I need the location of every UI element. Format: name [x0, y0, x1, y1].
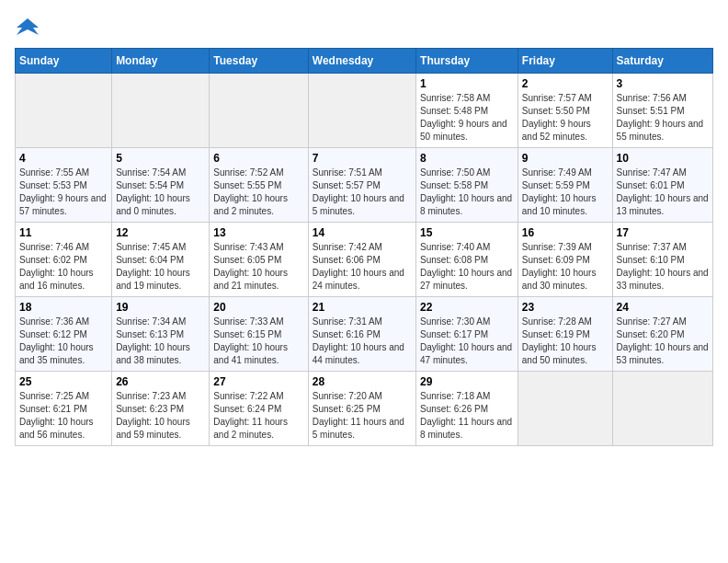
day-info: Sunrise: 7:54 AMSunset: 5:54 PMDaylight:…: [116, 167, 205, 218]
day-info: Sunrise: 7:30 AMSunset: 6:17 PMDaylight:…: [420, 316, 514, 367]
calendar-day-cell: 29Sunrise: 7:18 AMSunset: 6:26 PMDayligh…: [416, 372, 518, 446]
logo: [15, 15, 44, 40]
day-number: 26: [116, 375, 205, 388]
calendar-day-cell: 27Sunrise: 7:22 AMSunset: 6:24 PMDayligh…: [210, 372, 308, 446]
day-info: Sunrise: 7:57 AMSunset: 5:50 PMDaylight:…: [522, 92, 609, 144]
day-number: 18: [19, 301, 108, 314]
calendar-day-cell: 5Sunrise: 7:54 AMSunset: 5:54 PMDaylight…: [112, 148, 210, 223]
calendar-day-cell: [210, 74, 308, 148]
calendar-day-cell: [612, 372, 712, 446]
day-info: Sunrise: 7:46 AMSunset: 6:02 PMDaylight:…: [19, 241, 108, 293]
calendar-day-cell: 23Sunrise: 7:28 AMSunset: 6:19 PMDayligh…: [518, 297, 612, 372]
weekday-header-saturday: Saturday: [612, 49, 712, 74]
day-info: Sunrise: 7:45 AMSunset: 6:04 PMDaylight:…: [116, 241, 205, 293]
svg-marker-0: [17, 18, 39, 35]
day-number: 29: [420, 375, 514, 388]
calendar-day-cell: [518, 372, 612, 446]
day-number: 14: [313, 226, 412, 239]
day-info: Sunrise: 7:58 AMSunset: 5:48 PMDaylight:…: [420, 92, 514, 144]
calendar-day-cell: [16, 74, 112, 148]
day-number: 17: [617, 226, 709, 239]
day-number: 25: [19, 375, 108, 388]
day-number: 10: [617, 152, 709, 165]
day-number: 13: [213, 226, 303, 239]
day-number: 7: [313, 152, 412, 165]
calendar-week-row: 1Sunrise: 7:58 AMSunset: 5:48 PMDaylight…: [16, 74, 713, 148]
day-info: Sunrise: 7:37 AMSunset: 6:10 PMDaylight:…: [617, 241, 709, 293]
weekday-header-thursday: Thursday: [416, 49, 518, 74]
day-number: 12: [116, 226, 205, 239]
calendar-day-cell: 4Sunrise: 7:55 AMSunset: 5:53 PMDaylight…: [16, 148, 112, 223]
calendar-day-cell: 2Sunrise: 7:57 AMSunset: 5:50 PMDaylight…: [518, 74, 612, 148]
calendar-day-cell: 24Sunrise: 7:27 AMSunset: 6:20 PMDayligh…: [612, 297, 712, 372]
calendar-day-cell: 10Sunrise: 7:47 AMSunset: 6:01 PMDayligh…: [612, 148, 712, 223]
day-info: Sunrise: 7:34 AMSunset: 6:13 PMDaylight:…: [116, 316, 205, 367]
day-info: Sunrise: 7:22 AMSunset: 6:24 PMDaylight:…: [213, 390, 303, 442]
calendar-day-cell: 26Sunrise: 7:23 AMSunset: 6:23 PMDayligh…: [112, 372, 210, 446]
calendar-day-cell: 13Sunrise: 7:43 AMSunset: 6:05 PMDayligh…: [210, 223, 308, 297]
calendar-week-row: 11Sunrise: 7:46 AMSunset: 6:02 PMDayligh…: [16, 223, 713, 297]
calendar-day-cell: 8Sunrise: 7:50 AMSunset: 5:58 PMDaylight…: [416, 148, 518, 223]
calendar-day-cell: 22Sunrise: 7:30 AMSunset: 6:17 PMDayligh…: [416, 297, 518, 372]
calendar-day-cell: 7Sunrise: 7:51 AMSunset: 5:57 PMDaylight…: [308, 148, 415, 223]
day-info: Sunrise: 7:20 AMSunset: 6:25 PMDaylight:…: [313, 390, 412, 442]
day-number: 11: [19, 226, 108, 239]
calendar-day-cell: 12Sunrise: 7:45 AMSunset: 6:04 PMDayligh…: [112, 223, 210, 297]
calendar-day-cell: 21Sunrise: 7:31 AMSunset: 6:16 PMDayligh…: [308, 297, 415, 372]
day-number: 9: [522, 152, 609, 165]
day-number: 23: [522, 301, 609, 314]
day-info: Sunrise: 7:31 AMSunset: 6:16 PMDaylight:…: [313, 316, 412, 367]
calendar-table: SundayMondayTuesdayWednesdayThursdayFrid…: [15, 48, 713, 446]
weekday-header-friday: Friday: [518, 49, 612, 74]
calendar-day-cell: 20Sunrise: 7:33 AMSunset: 6:15 PMDayligh…: [210, 297, 308, 372]
weekday-header-wednesday: Wednesday: [308, 49, 415, 74]
calendar-week-row: 4Sunrise: 7:55 AMSunset: 5:53 PMDaylight…: [16, 148, 713, 223]
day-info: Sunrise: 7:43 AMSunset: 6:05 PMDaylight:…: [213, 241, 303, 293]
calendar-day-cell: 18Sunrise: 7:36 AMSunset: 6:12 PMDayligh…: [16, 297, 112, 372]
calendar-day-cell: 3Sunrise: 7:56 AMSunset: 5:51 PMDaylight…: [612, 74, 712, 148]
calendar-day-cell: 14Sunrise: 7:42 AMSunset: 6:06 PMDayligh…: [308, 223, 415, 297]
day-info: Sunrise: 7:47 AMSunset: 6:01 PMDaylight:…: [617, 167, 709, 218]
day-info: Sunrise: 7:51 AMSunset: 5:57 PMDaylight:…: [313, 167, 412, 218]
logo-icon: [15, 15, 40, 40]
day-number: 6: [213, 152, 303, 165]
day-number: 3: [617, 77, 709, 90]
calendar-day-cell: 17Sunrise: 7:37 AMSunset: 6:10 PMDayligh…: [612, 223, 712, 297]
weekday-header-sunday: Sunday: [16, 49, 112, 74]
day-number: 5: [116, 152, 205, 165]
weekday-header-monday: Monday: [112, 49, 210, 74]
calendar-day-cell: 9Sunrise: 7:49 AMSunset: 5:59 PMDaylight…: [518, 148, 612, 223]
calendar-week-row: 18Sunrise: 7:36 AMSunset: 6:12 PMDayligh…: [16, 297, 713, 372]
day-info: Sunrise: 7:23 AMSunset: 6:23 PMDaylight:…: [116, 390, 205, 442]
weekday-header-row: SundayMondayTuesdayWednesdayThursdayFrid…: [16, 49, 713, 74]
calendar-week-row: 25Sunrise: 7:25 AMSunset: 6:21 PMDayligh…: [16, 372, 713, 446]
day-info: Sunrise: 7:39 AMSunset: 6:09 PMDaylight:…: [522, 241, 609, 293]
day-number: 19: [116, 301, 205, 314]
calendar-day-cell: 15Sunrise: 7:40 AMSunset: 6:08 PMDayligh…: [416, 223, 518, 297]
day-number: 21: [313, 301, 412, 314]
day-info: Sunrise: 7:56 AMSunset: 5:51 PMDaylight:…: [617, 92, 709, 144]
day-info: Sunrise: 7:33 AMSunset: 6:15 PMDaylight:…: [213, 316, 303, 367]
day-info: Sunrise: 7:42 AMSunset: 6:06 PMDaylight:…: [313, 241, 412, 293]
day-info: Sunrise: 7:25 AMSunset: 6:21 PMDaylight:…: [19, 390, 108, 442]
calendar-day-cell: 1Sunrise: 7:58 AMSunset: 5:48 PMDaylight…: [416, 74, 518, 148]
day-number: 4: [19, 152, 108, 165]
day-info: Sunrise: 7:18 AMSunset: 6:26 PMDaylight:…: [420, 390, 514, 442]
day-info: Sunrise: 7:27 AMSunset: 6:20 PMDaylight:…: [617, 316, 709, 367]
calendar-day-cell: 11Sunrise: 7:46 AMSunset: 6:02 PMDayligh…: [16, 223, 112, 297]
calendar-day-cell: 28Sunrise: 7:20 AMSunset: 6:25 PMDayligh…: [308, 372, 415, 446]
day-info: Sunrise: 7:49 AMSunset: 5:59 PMDaylight:…: [522, 167, 609, 218]
calendar-day-cell: 25Sunrise: 7:25 AMSunset: 6:21 PMDayligh…: [16, 372, 112, 446]
calendar-day-cell: 19Sunrise: 7:34 AMSunset: 6:13 PMDayligh…: [112, 297, 210, 372]
day-number: 2: [522, 77, 609, 90]
day-info: Sunrise: 7:40 AMSunset: 6:08 PMDaylight:…: [420, 241, 514, 293]
day-number: 22: [420, 301, 514, 314]
day-info: Sunrise: 7:52 AMSunset: 5:55 PMDaylight:…: [213, 167, 303, 218]
day-number: 27: [213, 375, 303, 388]
page-header: [15, 15, 713, 40]
day-info: Sunrise: 7:28 AMSunset: 6:19 PMDaylight:…: [522, 316, 609, 367]
day-number: 1: [420, 77, 514, 90]
day-number: 15: [420, 226, 514, 239]
calendar-day-cell: 6Sunrise: 7:52 AMSunset: 5:55 PMDaylight…: [210, 148, 308, 223]
calendar-day-cell: 16Sunrise: 7:39 AMSunset: 6:09 PMDayligh…: [518, 223, 612, 297]
